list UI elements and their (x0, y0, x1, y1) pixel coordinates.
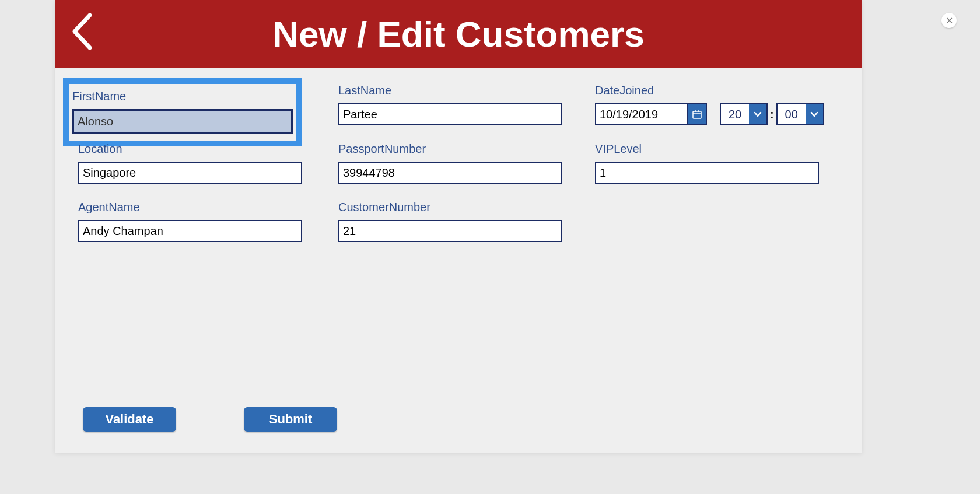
agentname-input[interactable] (78, 220, 302, 242)
close-button[interactable]: ✕ (942, 13, 957, 28)
minute-select[interactable]: 00 (776, 103, 824, 125)
svg-rect-0 (693, 111, 701, 118)
passportnumber-label: PassportNumber (338, 142, 562, 156)
customernumber-input[interactable] (338, 220, 562, 242)
datejoined-row: 20 : 00 (595, 103, 824, 125)
location-label: Location (78, 142, 302, 156)
minute-value: 00 (778, 108, 806, 121)
passportnumber-input[interactable] (338, 162, 562, 184)
viplevel-input[interactable] (595, 162, 819, 184)
lastname-input[interactable] (338, 103, 562, 125)
customernumber-label: CustomerNumber (338, 201, 562, 214)
time-separator: : (770, 108, 774, 121)
hour-dropdown-button[interactable] (749, 104, 766, 124)
chevron-left-icon (70, 10, 94, 52)
firstname-highlight: FirstName (63, 78, 302, 146)
firstname-field-group: FirstName (72, 84, 302, 146)
location-input[interactable] (78, 162, 302, 184)
dialog-header: New / Edit Customers (55, 0, 862, 68)
form-area: FirstName LastName DateJoined (55, 68, 862, 453)
hour-value: 20 (721, 108, 749, 121)
viplevel-field-group: VIPLevel (595, 142, 819, 184)
lastname-label: LastName (338, 84, 562, 97)
page-title: New / Edit Customers (272, 13, 644, 55)
location-field-group: Location (78, 142, 302, 184)
agentname-label: AgentName (78, 201, 302, 214)
firstname-input[interactable] (72, 109, 293, 134)
passportnumber-field-group: PassportNumber (338, 142, 562, 184)
lastname-field-group: LastName (338, 84, 562, 125)
datejoined-date-input[interactable] (595, 103, 688, 125)
agentname-field-group: AgentName (78, 201, 302, 242)
validate-button[interactable]: Validate (83, 407, 176, 432)
submit-button[interactable]: Submit (244, 407, 337, 432)
close-icon: ✕ (946, 15, 953, 26)
hour-select[interactable]: 20 (720, 103, 768, 125)
calendar-icon (692, 110, 702, 119)
calendar-button[interactable] (688, 103, 707, 125)
minute-dropdown-button[interactable] (806, 104, 823, 124)
firstname-label: FirstName (72, 90, 293, 103)
viplevel-label: VIPLevel (595, 142, 819, 156)
customernumber-field-group: CustomerNumber (338, 201, 562, 242)
chevron-down-icon (810, 110, 819, 119)
customer-dialog: New / Edit Customers FirstName LastName … (55, 0, 862, 453)
back-button[interactable] (70, 10, 94, 55)
datejoined-field-group: DateJoined 20 (595, 84, 824, 125)
datejoined-label: DateJoined (595, 84, 824, 97)
chevron-down-icon (753, 110, 762, 119)
